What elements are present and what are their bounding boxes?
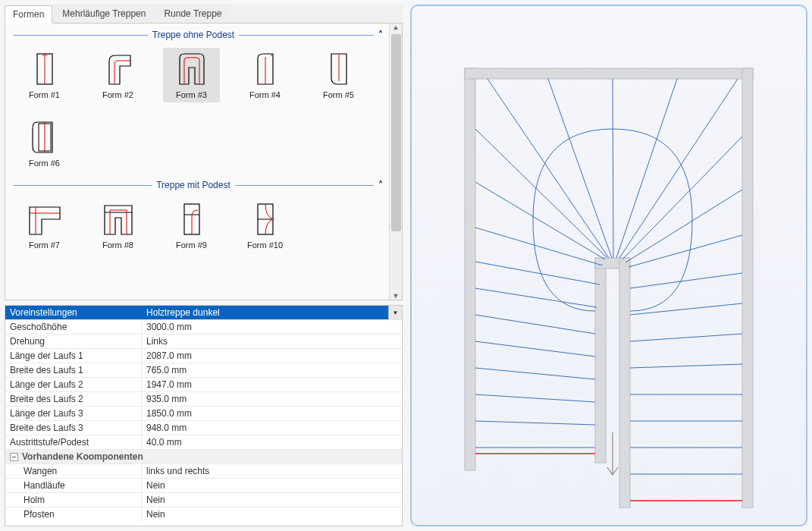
svg-line-38: [630, 273, 742, 288]
form-label: Form #9: [163, 240, 220, 250]
prop-row[interactable]: Handläufe Nein: [5, 479, 402, 493]
stair-form-icon: [246, 201, 285, 237]
form-shape-5[interactable]: Form #5: [310, 48, 367, 102]
form-shape-3[interactable]: Form #3: [163, 48, 220, 102]
form-shape-4[interactable]: Form #4: [237, 48, 293, 102]
prop-row[interactable]: Länge der Laufs 2 1947.0 mm: [5, 378, 402, 392]
svg-line-21: [475, 394, 595, 402]
form-label: Form #6: [16, 159, 73, 168]
vertical-scrollbar[interactable]: ▲ ▼: [389, 24, 402, 300]
prop-val[interactable]: 1947.0 mm: [142, 378, 402, 391]
scroll-thumb[interactable]: [391, 34, 401, 231]
svg-line-28: [475, 182, 605, 259]
prop-key: Austrittstufe/Podest: [5, 435, 142, 449]
svg-line-24: [475, 315, 595, 334]
chevron-up-icon[interactable]: ˄: [378, 30, 383, 40]
dropdown-icon[interactable]: ▼: [388, 306, 402, 320]
form-shape-8[interactable]: Form #8: [89, 198, 146, 253]
scroll-up-icon[interactable]: ▲: [390, 24, 402, 31]
prop-category-label: − Vorhandene Koomponenten: [5, 450, 402, 463]
form-label: Form #1: [16, 90, 73, 99]
prop-val[interactable]: Nein: [142, 479, 402, 492]
stair-form-icon: [172, 51, 212, 87]
collapse-icon[interactable]: −: [10, 453, 18, 461]
chevron-up-icon[interactable]: ˄: [378, 180, 383, 190]
prop-val[interactable]: Nein: [142, 493, 402, 507]
property-grid: Voreinstellungen Holztreppe dunkel ▼ Ges…: [5, 305, 403, 526]
prop-row[interactable]: Länge der Laufs 1 2087.0 mm: [5, 349, 402, 363]
prop-key: Länge der Laufs 1: [5, 349, 142, 363]
group-divider: [13, 185, 152, 186]
form-shape-6[interactable]: Form #6: [16, 116, 73, 171]
prop-val[interactable]: 1850.0 mm: [142, 407, 402, 420]
stair-form-icon: [99, 201, 138, 237]
prop-row[interactable]: Wangen links und rechts: [5, 464, 402, 479]
prop-val[interactable]: links und rechts: [142, 464, 402, 478]
prop-key: Breite des Laufs 1: [5, 363, 142, 377]
svg-line-35: [622, 137, 742, 259]
svg-line-23: [475, 341, 595, 357]
prop-val[interactable]: 935.0 mm: [142, 392, 402, 406]
form-shape-1[interactable]: Form #1: [16, 48, 73, 102]
prop-key: Länge der Laufs 3: [5, 407, 142, 420]
left-panel: Formen Mehrläufige Treppen Runde Treppe …: [5, 5, 403, 526]
form-shape-10[interactable]: Form #10: [237, 198, 293, 253]
tab-bar: Formen Mehrläufige Treppen Runde Treppe: [5, 5, 403, 24]
prop-row[interactable]: Länge der Laufs 3 1850.0 mm: [5, 407, 402, 421]
prop-row[interactable]: Austrittstufe/Podest 40.0 mm: [5, 435, 402, 450]
prop-row[interactable]: Pfosten Nein: [5, 507, 402, 522]
tab-mehrlaeufige[interactable]: Mehrläufige Treppen: [54, 5, 154, 23]
svg-line-30: [488, 79, 609, 258]
tab-runde[interactable]: Runde Treppe: [155, 5, 230, 23]
prop-key: Breite des Laufs 3: [5, 421, 142, 435]
form-label: Form #5: [310, 90, 367, 99]
prop-val[interactable]: 2087.0 mm: [142, 349, 402, 363]
group-header-with-podest[interactable]: Treppe mit Podest ˄: [8, 180, 386, 190]
prop-row[interactable]: Breite des Laufs 3 948.0 mm: [5, 421, 402, 435]
prop-row[interactable]: Breite des Laufs 2 935.0 mm: [5, 392, 402, 407]
group-title: Treppe ohne Podest: [152, 30, 234, 40]
prop-val[interactable]: 3000.0 mm: [142, 320, 402, 334]
group-divider: [239, 35, 374, 36]
prop-key: Drehung: [5, 335, 142, 348]
group-header-no-podest[interactable]: Treppe ohne Podest ˄: [8, 30, 386, 40]
prop-header-row[interactable]: Voreinstellungen Holztreppe dunkel ▼: [5, 306, 402, 320]
form-shape-7[interactable]: Form #7: [16, 198, 73, 253]
svg-rect-18: [619, 258, 630, 508]
form-shape-9[interactable]: Form #9: [163, 198, 220, 253]
prop-val[interactable]: Links: [142, 335, 402, 348]
form-label: Form #3: [163, 90, 220, 99]
svg-line-37: [629, 235, 742, 267]
scroll-down-icon[interactable]: ▼: [390, 292, 402, 300]
prop-key: Länge der Laufs 2: [5, 378, 142, 391]
tab-formen[interactable]: Formen: [5, 5, 52, 24]
svg-line-22: [475, 368, 595, 379]
prop-key: Breite des Laufs 2: [5, 392, 142, 406]
prop-header-dropdown[interactable]: Holztreppe dunkel ▼: [142, 306, 402, 319]
forms-grid-1: Form #1 Form #2 Form: [8, 45, 386, 174]
form-label: Form #8: [89, 240, 146, 250]
prop-category-row[interactable]: − Vorhandene Koomponenten: [5, 450, 402, 464]
prop-key: Handläufe: [5, 479, 142, 492]
prop-row[interactable]: Holm Nein: [5, 493, 402, 507]
prop-val[interactable]: 40.0 mm: [142, 435, 402, 449]
app-root: Formen Mehrläufige Treppen Runde Treppe …: [0, 0, 812, 531]
prop-row[interactable]: Geschoßhöhe 3000.0 mm: [5, 320, 402, 335]
prop-row[interactable]: Drehung Links: [5, 335, 402, 349]
stair-form-icon: [25, 201, 64, 237]
forms-panel: Treppe ohne Podest ˄ Form #1: [5, 24, 403, 300]
prop-val[interactable]: Nein: [142, 507, 402, 522]
svg-rect-14: [465, 68, 753, 79]
prop-val[interactable]: 765.0 mm: [142, 363, 402, 377]
form-shape-2[interactable]: Form #2: [89, 48, 146, 102]
prop-val[interactable]: 948.0 mm: [142, 421, 402, 435]
prop-row[interactable]: Breite des Laufs 1 765.0 mm: [5, 363, 402, 378]
svg-line-33: [616, 79, 677, 258]
forms-grid-2: Form #7 Form #8: [8, 195, 386, 256]
group-divider: [13, 35, 148, 36]
stair-form-icon: [25, 51, 64, 87]
form-label: Form #2: [89, 90, 146, 99]
svg-rect-16: [595, 258, 606, 463]
stair-form-icon: [99, 51, 138, 87]
stair-form-icon: [25, 119, 64, 156]
